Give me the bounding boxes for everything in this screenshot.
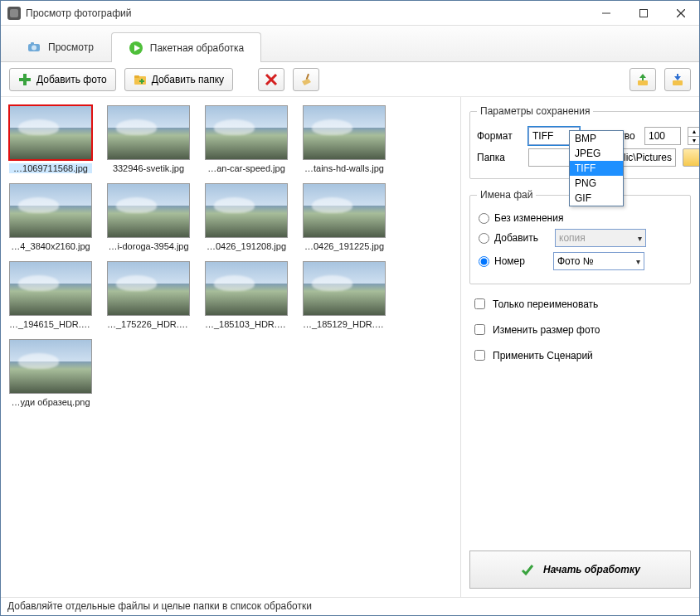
save-params-group: Параметры сохранения Формат TIFF ▾ Качес… [469,105,699,179]
svg-rect-24 [677,74,678,77]
check-icon [520,562,535,577]
thumbnail[interactable]: …0426_191208.jpg [205,183,288,251]
svg-rect-6 [31,42,34,45]
check-rename-only[interactable]: Только переименовать [471,296,689,312]
svg-rect-19 [638,80,648,85]
thumb-caption: …_175226_HDR.jpg [107,319,190,329]
thumbnail[interactable]: …уди образец.png [9,339,92,407]
thumb-caption: …0426_191225.jpg [303,241,386,251]
broom-icon [299,73,313,86]
svg-rect-22 [673,80,683,85]
thumb-image [9,105,92,160]
thumbnail[interactable]: …_185103_HDR.jpg [205,261,288,329]
tab-bar: Просмотр Пакетная обработка [1,26,699,62]
tab-batch-label: Пакетная обработка [150,42,244,54]
format-option[interactable]: BMP [570,131,623,146]
delete-button[interactable] [258,68,284,91]
status-text: Добавляйте отдельные файлы и целые папки… [7,600,312,612]
quality-input[interactable] [644,127,681,145]
add-photo-button[interactable]: Добавить фото [9,68,116,91]
thumbnail[interactable]: …_185129_HDR.jpg [303,261,386,329]
svg-point-5 [32,45,36,50]
format-option[interactable]: PNG [570,176,623,191]
radio-no-change[interactable]: Без изменения [479,212,682,224]
format-option[interactable]: GIF [570,191,623,206]
arrow-down-icon [671,73,684,86]
close-button[interactable] [662,1,699,25]
toolbar: Добавить фото Добавить папку [1,62,699,97]
thumb-image [107,261,190,316]
thumbnail[interactable]: …i-doroga-3954.jpg [107,183,190,251]
minimize-button[interactable] [587,1,625,25]
number-pattern-combo[interactable]: Фото №▾ [553,252,644,270]
thumb-caption: …_185129_HDR.jpg [303,319,386,329]
thumbnail[interactable]: …tains-hd-walls.jpg [303,105,386,173]
quality-spinner[interactable]: ▲▼ [688,127,699,145]
thumb-caption: …an-car-speed.jpg [205,163,288,173]
thumbnail[interactable]: …_194615_HDR.jpg [9,261,92,329]
check-resize[interactable]: Изменить размер фото [471,322,689,337]
thumbnail[interactable]: …an-car-speed.jpg [205,105,288,173]
start-processing-button[interactable]: Начать обработку [469,551,691,589]
svg-rect-14 [139,80,144,82]
add-folder-button[interactable]: Добавить папку [124,68,233,91]
import-button[interactable] [664,68,691,91]
gallery: …1069711568.jpg332946-svetik.jpg…an-car-… [1,97,460,597]
thumb-caption: …i-doroga-3954.jpg [107,241,190,251]
thumbnail[interactable]: …0426_191225.jpg [303,183,386,251]
filenames-legend: Имена фай [477,189,536,201]
thumb-image [205,105,288,160]
thumb-image [303,261,386,316]
arrow-up-icon [636,73,649,86]
thumb-caption: …_185103_HDR.jpg [205,319,288,329]
thumb-image [9,183,92,238]
window-title: Просмотр фотографий [26,7,587,19]
radio-number[interactable]: Номер Фото №▾ [479,252,682,270]
tab-batch[interactable]: Пакетная обработка [111,32,261,62]
thumbnail[interactable]: …1069711568.jpg [9,105,92,173]
format-value: TIFF [532,130,553,142]
clear-button[interactable] [293,68,319,91]
start-label: Начать обработку [543,564,640,575]
side-panel: Параметры сохранения Формат TIFF ▾ Качес… [460,97,699,597]
format-option[interactable]: TIFF [570,161,623,176]
svg-rect-21 [642,77,644,80]
thumb-caption: …tains-hd-walls.jpg [303,163,386,173]
svg-rect-10 [19,78,31,81]
thumb-image [303,105,386,160]
thumb-image [9,339,92,394]
thumbnail[interactable]: …4_3840x2160.jpg [9,183,92,251]
camera-icon [27,40,41,55]
tab-view-label: Просмотр [48,41,94,53]
thumb-image [107,105,190,160]
add-photo-label: Добавить фото [36,74,107,85]
export-button[interactable] [630,68,656,91]
thumb-image [107,183,190,238]
format-option[interactable]: JPEG [570,146,623,161]
thumb-caption: 332946-svetik.jpg [107,163,190,173]
check-scenario[interactable]: Применить Сценарий [471,347,689,363]
app-icon [7,7,21,20]
format-dropdown[interactable]: BMPJPEGTIFFPNGGIF [569,130,624,206]
save-params-legend: Параметры сохранения [477,105,593,117]
browse-folder-button[interactable] [683,148,699,167]
svg-rect-1 [639,9,647,17]
add-suffix-combo[interactable]: копия▾ [555,229,646,247]
thumb-image [9,261,92,316]
radio-add[interactable]: Добавить копия▾ [479,229,682,247]
thumb-caption: …0426_191208.jpg [205,241,288,251]
delete-x-icon [265,73,278,86]
svg-rect-17 [306,73,309,79]
thumb-caption: …1069711568.jpg [9,163,92,173]
tab-view[interactable]: Просмотр [9,32,111,61]
thumb-image [205,261,288,316]
maximize-button[interactable] [625,1,662,25]
thumb-caption: …уди образец.png [9,397,92,407]
thumb-caption: …4_3840x2160.jpg [9,241,92,251]
thumbnail[interactable]: 332946-svetik.jpg [107,105,190,173]
thumb-image [205,183,288,238]
folder-plus-icon [134,73,147,86]
plus-icon [18,73,32,86]
format-label: Формат [477,130,522,142]
thumbnail[interactable]: …_175226_HDR.jpg [107,261,190,329]
